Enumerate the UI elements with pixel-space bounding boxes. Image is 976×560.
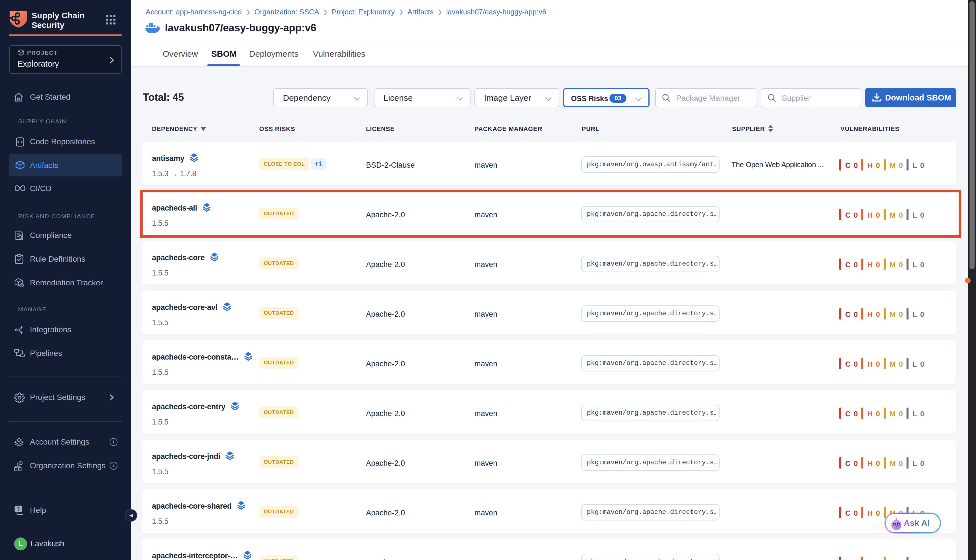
svg-text:?: ?	[17, 507, 20, 512]
